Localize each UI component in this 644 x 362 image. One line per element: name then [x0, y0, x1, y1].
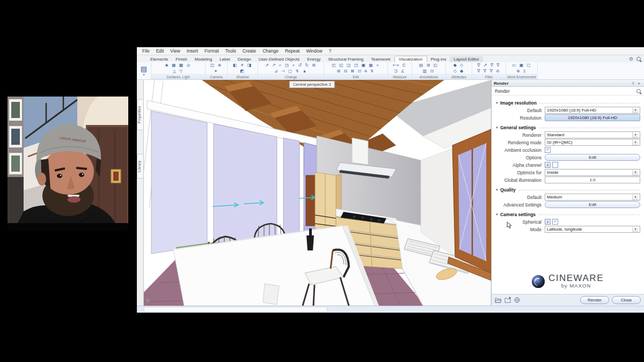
tool-icons-row[interactable]: ⊿ ⊣ ▢ ↯ ▲ — [260, 68, 322, 74]
navigator-button[interactable]: ▤ ▾ — [137, 62, 151, 79]
tool-icons-row[interactable]: ◆ ◇ — [448, 62, 470, 68]
open-folder-icon[interactable] — [495, 297, 502, 303]
menu-item-tools[interactable]: Tools — [222, 48, 239, 54]
tab-label[interactable]: Label — [216, 56, 234, 62]
tool-icons-row[interactable]: △ ▽ — [153, 68, 203, 74]
tab-elements[interactable]: Elements — [147, 56, 172, 62]
tab-energy[interactable]: Energy — [303, 56, 324, 62]
section-image-resolution[interactable]: ▼ Image resolution — [495, 100, 640, 106]
tool-icons-row[interactable]: ◩ — [229, 68, 256, 74]
menu-item-view[interactable]: View — [167, 48, 183, 54]
menu-item-change[interactable]: Change — [259, 48, 282, 54]
section-general-settings[interactable]: ▼ General settings — [495, 125, 640, 130]
camera-mode-dropdown[interactable]: Latitude, longitude ▾ — [545, 226, 640, 233]
tab-modeling[interactable]: Modeling — [191, 56, 216, 62]
group-icons[interactable]: ▤ ⊞ ◱ ▥ ⊡ — [412, 62, 445, 74]
tab-structural-framing[interactable]: Structural Framing — [325, 56, 368, 62]
chevron-down-icon[interactable]: ▾ — [632, 139, 638, 145]
row-alpha-channel: Alpha channel i — [495, 161, 640, 168]
side-tab-strip: Properties Library — [137, 80, 144, 306]
tool-icons-row[interactable]: ◰ ◱ ◲ ◳ ▣ ▦ × — [326, 62, 386, 68]
sidebar-tab-properties[interactable]: Properties — [137, 99, 143, 130]
group-icons[interactable]: ◆ ◇ ◇ ◆ — [446, 62, 472, 74]
viewport-gear-icon[interactable]: ⚙ — [145, 298, 150, 304]
tool-icons-row[interactable]: ⊞ ⊟ ⊠ ⊡ A ↯ — [326, 68, 386, 74]
alpha-channel-checkbox[interactable] — [552, 162, 558, 168]
group-icons[interactable]: ◈ ▦ ▩ ◎ △ ▽ — [151, 62, 205, 74]
close-icon[interactable]: × — [636, 81, 642, 86]
global-illumination-input[interactable]: 1.0 — [545, 176, 640, 183]
cinema4d-ball-icon — [532, 275, 545, 288]
menu-item-repeat[interactable]: Repeat — [282, 48, 303, 54]
options-edit-button[interactable]: Edit — [545, 154, 640, 161]
optimize-for-dropdown[interactable]: Inside ▾ — [545, 169, 640, 176]
menu-item-edit[interactable]: Edit — [153, 48, 167, 54]
tab-finish[interactable]: Finish — [172, 56, 191, 62]
advanced-settings-edit-button[interactable]: Edit — [545, 201, 640, 208]
group-icons[interactable]: ▭ ▣ ◻ ⊕ Σ — [506, 62, 537, 74]
menu-item-help[interactable]: ? — [326, 48, 335, 54]
tool-icons-row[interactable]: ◫ ⊕ — [207, 62, 225, 68]
menu-item-format[interactable]: Format — [201, 48, 222, 54]
tool-icons-row[interactable]: ▾ — [207, 68, 225, 74]
default-resolution-dropdown[interactable]: 1920x1080 (16:9) Full-HD ▾ — [545, 107, 640, 114]
tool-icons-row[interactable]: ▥ ⊡ — [414, 68, 444, 74]
tool-icons-row[interactable]: ∇ ∇ ∇ ⊘ — [474, 68, 504, 74]
menu-item-file[interactable]: File — [139, 48, 153, 54]
tab-teamwork[interactable]: Teamwork — [367, 56, 394, 62]
tool-icons-row[interactable]: ◧ ☀ ◨ — [229, 62, 256, 68]
save-preset-icon[interactable] — [504, 297, 511, 303]
chevron-down-icon[interactable]: ▾ — [632, 169, 638, 175]
group-icons[interactable]: ∇ ⇗ ∇ ∇ ∇ ∇ ∇ ⊘ — [472, 62, 506, 74]
horizontal-scrollbar[interactable] — [144, 307, 327, 312]
magnifier-icon[interactable] — [636, 89, 641, 93]
menu-item-insert[interactable]: Insert — [184, 48, 201, 54]
chevron-down-icon[interactable]: ▾ — [632, 226, 638, 232]
row-quality-default: Default Medium ▾ — [495, 194, 640, 201]
quality-default-dropdown[interactable]: Medium ▾ — [545, 194, 640, 201]
tab-layout-editor[interactable]: Layout Editor — [450, 56, 482, 62]
tool-icons-row[interactable]: ◈ ▦ ▩ ◎ — [153, 62, 203, 68]
tool-icons-row[interactable]: ▭ ▣ ◻ — [508, 62, 536, 68]
tab-design[interactable]: Design — [234, 56, 255, 62]
tool-icons-row[interactable]: ⊐ ∠ — [390, 68, 410, 74]
tool-icons-row[interactable]: ⟷ ⊏ — [390, 62, 410, 68]
ribbon-toolbar: ▤ ▾ ◈ ▦ ▩ ◎ △ ▽ Surfaces, Light ◫ ⊕ ▾ Ca… — [137, 62, 644, 80]
sidebar-tab-library[interactable]: Library — [137, 154, 143, 179]
resolution-button[interactable]: 1920x1080 (16:9) Full-HD — [545, 114, 640, 121]
tool-icons-row[interactable]: ⊕ Σ — [508, 68, 536, 74]
tool-icons-row[interactable]: ▤ ⊞ ◱ — [414, 62, 444, 68]
viewport-3d[interactable]: Central perspective 3 ⚙ — [144, 80, 491, 306]
close-button[interactable]: Close — [612, 296, 641, 304]
group-icons[interactable]: ◫ ⊕ ▾ — [206, 62, 227, 74]
tab-plug-ins[interactable]: Plug-ins — [427, 56, 450, 62]
group-icons[interactable]: ◰ ◱ ◲ ◳ ▣ ▦ × ⊞ ⊟ ⊠ ⊡ A ↯ — [324, 62, 387, 74]
globe-icon[interactable] — [514, 297, 520, 303]
ambient-occlusion-checkbox[interactable]: ✓ — [545, 147, 551, 153]
search-icon[interactable] — [636, 57, 641, 61]
tool-icons-row[interactable]: ∇ ⇗ ∇ ∇ — [474, 62, 504, 68]
render-button[interactable]: Render — [580, 296, 609, 304]
help-icon[interactable]: ? — [630, 81, 636, 86]
section-quality[interactable]: ▼ Quality — [495, 187, 640, 193]
menu-item-create[interactable]: Create — [239, 48, 260, 54]
menu-item-window[interactable]: Window — [303, 48, 325, 54]
panel-footer: Render Close — [492, 294, 644, 306]
rendering-mode-dropdown[interactable]: GI (IR+QMC) ▾ — [545, 139, 640, 146]
chevron-down-icon[interactable]: ▾ — [632, 194, 638, 200]
renderer-dropdown[interactable]: Standard ▾ — [545, 131, 640, 138]
group-label: Surfaces, Light — [151, 74, 205, 79]
group-icons[interactable]: ⇗ ↗ ⌐ ◳ × ↺ ↻ ⊞ ⊿ ⊣ ▢ ↯ ▲ — [258, 62, 324, 74]
chevron-down-icon[interactable]: ▾ — [632, 132, 638, 138]
group-icons[interactable]: ⟷ ⊏ ⊐ ∠ — [388, 62, 412, 74]
section-camera-settings[interactable]: ▼ Camera settings — [495, 212, 640, 217]
group-icons[interactable]: ◧ ☀ ◨ ◩ — [228, 62, 258, 74]
tool-icons-row[interactable]: ◇ ◆ — [448, 68, 470, 74]
tab-user-defined-objects[interactable]: User-Defined Objects — [255, 56, 303, 62]
tool-icons-row[interactable]: ⇗ ↗ ⌐ ◳ × ↺ ↻ ⊞ — [260, 62, 322, 68]
panel-title-bar[interactable]: Render ? × — [492, 80, 644, 87]
chevron-down-icon[interactable]: ▾ — [632, 107, 638, 113]
spherical-checkbox[interactable]: ✓ — [552, 219, 558, 225]
tab-visualization[interactable]: Visualization — [394, 56, 427, 62]
gear-icon[interactable]: ⚙ — [629, 56, 633, 62]
